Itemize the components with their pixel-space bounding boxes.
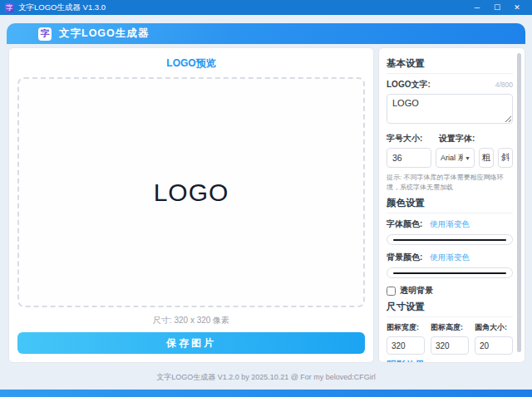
preview-title: LOGO预览 bbox=[17, 53, 365, 77]
logo-preview-canvas: LOGO bbox=[17, 77, 365, 307]
transparent-bg-label: 透明背景 bbox=[400, 285, 433, 297]
bold-button[interactable]: 粗 bbox=[479, 148, 494, 168]
font-hint-text: 提示: 不同字体库的字体需要相应网络环境，系统字体无需加载 bbox=[387, 173, 513, 193]
maximize-icon[interactable]: ☐ bbox=[487, 0, 507, 15]
footer-text: 文字LOGO生成器 V1.2.0 by 2025.10.21 @ For my … bbox=[0, 372, 532, 383]
preview-panel: LOGO预览 LOGO 尺寸: 320 x 320 像素 保存图片 bbox=[8, 47, 374, 363]
font-labels-row: 字号大小: 设置字体: bbox=[387, 133, 513, 145]
preview-size-text: 尺寸: 320 x 320 像素 bbox=[17, 307, 365, 332]
font-family-select[interactable]: Arial 系统 ▼ bbox=[436, 148, 475, 168]
app-title: 文字LOGO生成器 bbox=[59, 27, 149, 41]
transparent-bg-checkbox[interactable] bbox=[387, 287, 396, 296]
italic-button[interactable]: 斜 bbox=[498, 148, 513, 168]
bg-gradient-link[interactable]: 使用渐变色 bbox=[430, 252, 470, 263]
bg-color-label: 背景颜色: bbox=[387, 252, 422, 263]
font-controls-row: Arial 系统 ▼ 粗 斜 bbox=[387, 148, 513, 168]
logo-icon: 字 bbox=[38, 27, 52, 41]
minimize-icon[interactable]: ─ bbox=[467, 0, 487, 15]
bottom-bar bbox=[0, 390, 532, 397]
icon-width-label: 图标宽度: bbox=[387, 322, 425, 333]
color-settings-heading: 颜色设置 bbox=[387, 197, 513, 213]
corner-radius-field: 圆角大小: bbox=[475, 322, 513, 355]
icon-height-input[interactable] bbox=[431, 336, 469, 355]
icon-width-input[interactable] bbox=[387, 336, 425, 355]
corner-radius-input[interactable] bbox=[475, 336, 513, 355]
font-family-value: Arial 系统 bbox=[441, 153, 463, 164]
font-size-label: 字号大小: bbox=[387, 133, 439, 145]
window-title: 文字LOGO生成器 V1.3.0 bbox=[18, 2, 106, 13]
char-counter: 4/800 bbox=[495, 81, 513, 89]
shadow-settings-heading: 阴影效果 bbox=[387, 359, 513, 363]
font-size-input[interactable] bbox=[387, 148, 431, 168]
logo-text-label-row: LOGO文字: 4/800 bbox=[387, 79, 513, 91]
size-settings-heading: 尺寸设置 bbox=[387, 301, 513, 317]
corner-radius-label: 圆角大小: bbox=[475, 322, 513, 333]
chevron-down-icon: ▼ bbox=[465, 155, 470, 161]
font-color-label: 字体颜色: bbox=[387, 218, 422, 230]
font-gradient-link[interactable]: 使用渐变色 bbox=[430, 219, 470, 230]
preview-logo-text: LOGO bbox=[154, 179, 229, 207]
titlebar: 字 文字LOGO生成器 V1.3.0 ─ ☐ ✕ bbox=[0, 0, 532, 15]
window-controls: ─ ☐ ✕ bbox=[467, 0, 527, 15]
app-header: 字 文字LOGO生成器 bbox=[7, 23, 525, 44]
icon-height-field: 图标高度: bbox=[431, 322, 469, 355]
icon-height-label: 图标高度: bbox=[431, 322, 469, 333]
logo-text-label: LOGO文字: bbox=[387, 79, 431, 91]
basic-settings-heading: 基本设置 bbox=[387, 57, 513, 74]
save-image-button[interactable]: 保存图片 bbox=[17, 332, 365, 354]
bg-color-row: 背景颜色: 使用渐变色 bbox=[387, 252, 513, 263]
font-color-row: 字体颜色: 使用渐变色 bbox=[387, 218, 513, 230]
icon-width-field: 图标宽度: bbox=[387, 322, 425, 355]
app-icon: 字 bbox=[5, 3, 14, 12]
bg-color-picker[interactable] bbox=[387, 267, 513, 278]
settings-scrollbar[interactable] bbox=[517, 53, 521, 352]
settings-panel: 基本设置 LOGO文字: 4/800 LOGO 字号大小: 设置字体: Aria… bbox=[378, 47, 525, 363]
transparent-bg-row: 透明背景 bbox=[387, 285, 513, 297]
close-icon[interactable]: ✕ bbox=[507, 0, 527, 15]
font-color-picker[interactable] bbox=[387, 234, 513, 245]
size-fields-row: 图标宽度: 图标高度: 圆角大小: bbox=[387, 322, 513, 355]
font-family-label: 设置字体: bbox=[439, 133, 475, 145]
logo-text-input[interactable]: LOGO bbox=[387, 94, 513, 124]
